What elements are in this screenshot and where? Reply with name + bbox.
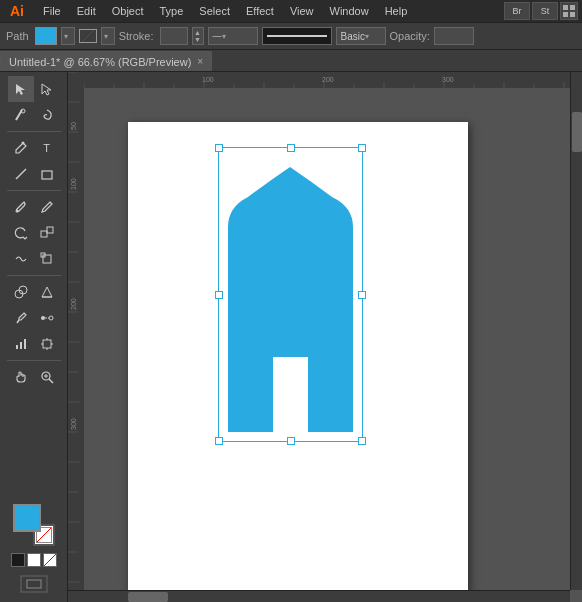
svg-text:300: 300 xyxy=(70,418,77,430)
fill-dropdown[interactable]: ▾ xyxy=(61,27,75,45)
menu-bar-right: Br St xyxy=(504,2,578,20)
opacity-label: Opacity: xyxy=(390,30,430,42)
ruler-vertical: 50 100 200 300 xyxy=(68,72,84,590)
tool-select[interactable] xyxy=(8,76,34,102)
tool-pencil[interactable] xyxy=(34,194,60,220)
tool-row-7 xyxy=(0,246,67,272)
tool-row-11 xyxy=(0,364,67,390)
menu-view[interactable]: View xyxy=(283,3,321,19)
none-swatch[interactable] xyxy=(43,553,57,567)
tool-graph[interactable] xyxy=(8,331,34,357)
svg-text:300: 300 xyxy=(442,76,454,83)
bridge-icon[interactable]: Br xyxy=(504,2,530,20)
menu-bar: Ai File Edit Object Type Select Effect V… xyxy=(0,0,582,22)
menu-effect[interactable]: Effect xyxy=(239,3,281,19)
black-swatch[interactable] xyxy=(11,553,25,567)
tab-close-button[interactable]: × xyxy=(197,56,203,67)
stroke-icon[interactable] xyxy=(79,29,97,43)
tool-row-10 xyxy=(0,331,67,357)
tool-blend[interactable] xyxy=(34,305,60,331)
style-select[interactable]: Basic▾ xyxy=(336,27,386,45)
tool-row-6 xyxy=(0,220,67,246)
svg-text:200: 200 xyxy=(70,298,77,310)
toolbar: Path ▾ ▾ Stroke: ▲ ▼ —▾ Basic▾ Opacity: xyxy=(0,22,582,50)
extra-swatches xyxy=(11,553,57,567)
stroke-dropdown[interactable]: ▾ xyxy=(101,27,115,45)
svg-point-9 xyxy=(15,210,18,213)
tool-row-4 xyxy=(0,161,67,187)
svg-rect-2 xyxy=(563,12,568,17)
stock-icon[interactable]: St xyxy=(532,2,558,20)
tool-eyedropper[interactable] xyxy=(8,305,34,331)
vertical-scrollbar[interactable] xyxy=(570,72,582,590)
artboard-tool-bottom[interactable] xyxy=(19,574,49,594)
tool-zoom[interactable] xyxy=(34,364,60,390)
horizontal-scrollbar[interactable] xyxy=(68,590,570,602)
path-label: Path xyxy=(6,30,29,42)
tool-rotate[interactable] xyxy=(8,220,34,246)
tool-rectangle[interactable] xyxy=(34,161,60,187)
menu-object[interactable]: Object xyxy=(105,3,151,19)
fill-color-swatch[interactable] xyxy=(35,27,57,45)
svg-text:50: 50 xyxy=(70,122,77,130)
tool-lasso[interactable] xyxy=(34,102,60,128)
tool-perspective[interactable] xyxy=(34,279,60,305)
svg-line-7 xyxy=(16,169,26,179)
menu-help[interactable]: Help xyxy=(378,3,415,19)
menu-file[interactable]: File xyxy=(36,3,68,19)
tool-paintbrush[interactable] xyxy=(8,194,34,220)
svg-text:200: 200 xyxy=(322,76,334,83)
tool-row-3: T xyxy=(0,135,67,161)
white-swatch[interactable] xyxy=(27,553,41,567)
tool-magic-wand[interactable] xyxy=(8,102,34,128)
tool-row-8 xyxy=(0,279,67,305)
svg-text:100: 100 xyxy=(70,178,77,190)
fill-swatch[interactable] xyxy=(13,504,41,532)
svg-point-19 xyxy=(49,316,53,320)
tool-line[interactable] xyxy=(8,161,34,187)
svg-rect-10 xyxy=(41,231,47,237)
tool-row-1 xyxy=(0,76,67,102)
svg-rect-0 xyxy=(563,5,568,10)
tab-title: Untitled-1* @ 66.67% (RGB/Preview) xyxy=(9,56,191,68)
svg-rect-11 xyxy=(47,227,53,233)
svg-rect-3 xyxy=(570,12,575,17)
document-page xyxy=(128,122,468,602)
tool-warp[interactable] xyxy=(8,246,34,272)
svg-text:100: 100 xyxy=(202,76,214,83)
svg-rect-22 xyxy=(20,342,22,349)
svg-rect-34 xyxy=(27,580,41,588)
menu-edit[interactable]: Edit xyxy=(70,3,103,19)
tool-shape-builder[interactable] xyxy=(8,279,34,305)
tool-pen[interactable] xyxy=(8,135,34,161)
tool-free-transform[interactable] xyxy=(34,246,60,272)
workspace-grid-icon[interactable] xyxy=(560,2,578,20)
menu-select[interactable]: Select xyxy=(192,3,237,19)
app-logo: Ai xyxy=(4,0,30,22)
ruler-horizontal: 100 200 300 xyxy=(84,72,570,88)
svg-point-6 xyxy=(21,142,24,145)
line-preview xyxy=(262,27,332,45)
menu-window[interactable]: Window xyxy=(323,3,376,19)
svg-rect-56 xyxy=(68,72,84,602)
menu-type[interactable]: Type xyxy=(153,3,191,19)
toolbox: T xyxy=(0,72,68,602)
opacity-field[interactable] xyxy=(434,27,474,45)
document-tab[interactable]: Untitled-1* @ 66.67% (RGB/Preview) × xyxy=(0,51,212,71)
stroke-type-select[interactable]: —▾ xyxy=(208,27,258,45)
canvas-area[interactable]: 100 200 300 xyxy=(68,72,582,602)
house-shape-svg xyxy=(218,147,363,442)
tool-scale[interactable] xyxy=(34,220,60,246)
tool-text[interactable]: T xyxy=(34,135,60,161)
svg-rect-23 xyxy=(24,339,26,349)
stroke-weight-field[interactable] xyxy=(160,27,188,45)
tool-separator-1 xyxy=(7,131,61,132)
svg-rect-33 xyxy=(21,576,47,592)
svg-rect-12 xyxy=(43,255,51,263)
stroke-weight-spinner[interactable]: ▲ ▼ xyxy=(192,27,204,45)
svg-line-30 xyxy=(49,379,53,383)
tool-artboard[interactable] xyxy=(34,331,60,357)
tool-separator-2 xyxy=(7,190,61,191)
tool-direct-select[interactable] xyxy=(34,76,60,102)
tool-hand[interactable] xyxy=(8,364,34,390)
